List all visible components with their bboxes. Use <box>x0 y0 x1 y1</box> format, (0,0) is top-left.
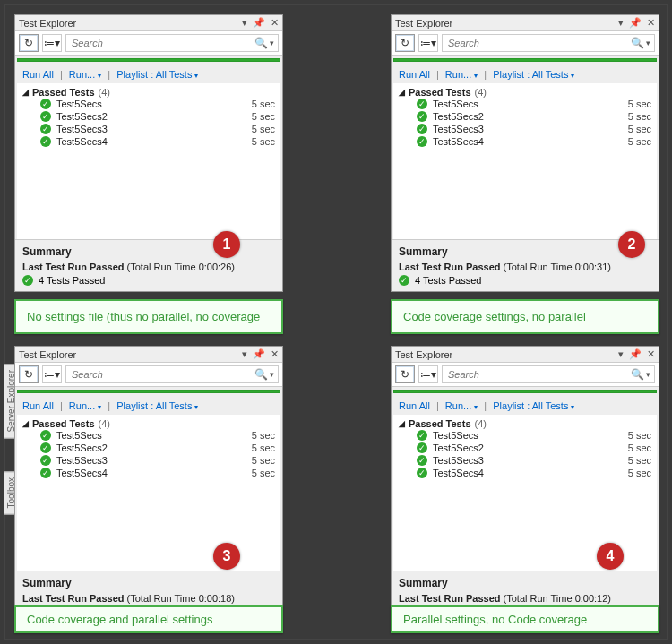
search-dropdown-icon[interactable]: ▾ <box>268 370 274 379</box>
dropdown-icon[interactable]: ▾ <box>618 17 624 29</box>
run-time: (Total Run Time 0:00:31) <box>504 262 611 272</box>
run-all-link[interactable]: Run All <box>399 69 430 80</box>
group-button[interactable]: ≔▾ <box>42 34 62 52</box>
test-name: Test5Secs3 <box>433 124 484 134</box>
playlist-link[interactable]: Playlist : All Tests ▾ <box>116 400 198 411</box>
test-name: Test5Secs3 <box>433 455 484 466</box>
close-icon[interactable]: ✕ <box>647 17 655 29</box>
test-row[interactable]: ✓Test5Secs35 sec <box>22 123 275 135</box>
test-name: Test5Secs2 <box>56 111 108 122</box>
test-row[interactable]: ✓Test5Secs25 sec <box>22 110 275 123</box>
test-explorer-panel-1: Test Explorer ▾ 📌 ✕ ↻ ≔▾ 🔍▾ Run All | Ru… <box>14 14 283 292</box>
run-link[interactable]: Run... ▾ <box>445 400 478 411</box>
search-input[interactable] <box>70 368 254 381</box>
run-link[interactable]: Run... ▾ <box>69 69 101 80</box>
test-duration: 5 sec <box>628 442 651 453</box>
search-icon[interactable]: 🔍 <box>254 368 268 381</box>
run-all-link[interactable]: Run All <box>22 400 54 411</box>
test-duration: 5 sec <box>252 124 275 134</box>
test-row[interactable]: ✓Test5Secs25 sec <box>399 110 651 123</box>
playlist-link[interactable]: Playlist : All Tests ▾ <box>493 400 574 411</box>
search-input[interactable] <box>446 37 631 49</box>
collapse-icon[interactable]: ◢ <box>22 419 29 428</box>
test-row[interactable]: ✓Test5Secs5 sec <box>399 98 651 110</box>
test-row[interactable]: ✓Test5Secs45 sec <box>399 135 651 148</box>
group-count: (4) <box>99 87 110 98</box>
passed-count-text: 4 Tests Passed <box>39 275 105 286</box>
collapse-icon[interactable]: ◢ <box>399 419 405 428</box>
search-box[interactable]: 🔍▾ <box>442 34 655 52</box>
test-explorer-panel-3: Test Explorer ▾ 📌 ✕ ↻ ≔▾ 🔍▾ Run All | Ru… <box>14 346 283 623</box>
collapse-icon[interactable]: ◢ <box>399 88 405 97</box>
pass-icon: ✓ <box>417 442 427 453</box>
collapse-icon[interactable]: ◢ <box>22 88 29 97</box>
group-header[interactable]: ◢ Passed Tests (4) <box>22 418 275 429</box>
test-row[interactable]: ✓Test5Secs25 sec <box>399 442 651 454</box>
caption-2: Code coverage settings, no parallel <box>391 299 659 334</box>
test-row[interactable]: ✓Test5Secs25 sec <box>22 442 275 454</box>
toolbar: ↻ ≔▾ 🔍▾ <box>15 30 282 56</box>
test-name: Test5Secs4 <box>56 468 108 478</box>
run-all-link[interactable]: Run All <box>399 400 430 411</box>
search-box[interactable]: 🔍▾ <box>442 365 655 383</box>
refresh-button[interactable]: ↻ <box>19 365 39 383</box>
group-header[interactable]: ◢ Passed Tests (4) <box>399 87 651 98</box>
test-row[interactable]: ✓Test5Secs35 sec <box>22 454 275 467</box>
run-all-link[interactable]: Run All <box>22 69 54 80</box>
search-box[interactable]: 🔍▾ <box>65 34 279 52</box>
test-row[interactable]: ✓Test5Secs5 sec <box>399 429 651 442</box>
dropdown-icon[interactable]: ▾ <box>242 348 247 360</box>
refresh-button[interactable]: ↻ <box>19 34 39 52</box>
test-row[interactable]: ✓Test5Secs5 sec <box>22 429 275 442</box>
window-title: Test Explorer <box>395 18 618 29</box>
group-header[interactable]: ◢ Passed Tests (4) <box>22 87 275 98</box>
refresh-button[interactable]: ↻ <box>395 365 415 383</box>
window-title: Test Explorer <box>19 349 242 360</box>
group-label: Passed Tests <box>409 87 471 98</box>
close-icon[interactable]: ✕ <box>647 348 655 360</box>
search-icon[interactable]: 🔍 <box>631 37 644 49</box>
test-row[interactable]: ✓Test5Secs45 sec <box>22 135 275 148</box>
test-row[interactable]: ✓Test5Secs35 sec <box>399 454 651 467</box>
run-link[interactable]: Run... ▾ <box>69 400 101 411</box>
status-bar <box>17 390 280 393</box>
group-button[interactable]: ≔▾ <box>42 365 62 383</box>
close-icon[interactable]: ✕ <box>271 348 279 360</box>
search-dropdown-icon[interactable]: ▾ <box>644 39 650 47</box>
playlist-link[interactable]: Playlist : All Tests ▾ <box>116 69 198 80</box>
pass-icon: ✓ <box>40 455 51 466</box>
search-input[interactable] <box>70 37 254 49</box>
pin-icon[interactable]: 📌 <box>629 17 642 29</box>
group-button[interactable]: ≔▾ <box>418 34 438 52</box>
group-button[interactable]: ≔▾ <box>418 365 438 383</box>
test-row[interactable]: ✓Test5Secs45 sec <box>399 467 651 479</box>
group-header[interactable]: ◢ Passed Tests (4) <box>399 418 651 429</box>
run-link[interactable]: Run... ▾ <box>445 69 478 80</box>
test-explorer-panel-4: Test Explorer ▾ 📌 ✕ ↻ ≔▾ 🔍▾ Run All | Ru… <box>391 346 659 623</box>
window-title: Test Explorer <box>19 18 242 29</box>
results-body: ◢ Passed Tests (4) ✓Test5Secs5 sec ✓Test… <box>17 83 280 239</box>
summary-title: Summary <box>399 245 651 258</box>
test-row[interactable]: ✓Test5Secs45 sec <box>22 467 275 479</box>
test-row[interactable]: ✓Test5Secs35 sec <box>399 123 651 135</box>
search-dropdown-icon[interactable]: ▾ <box>644 370 650 379</box>
test-duration: 5 sec <box>628 99 651 109</box>
close-icon[interactable]: ✕ <box>271 17 279 29</box>
dropdown-icon[interactable]: ▾ <box>618 348 624 360</box>
last-run-label: Last Test Run Passed <box>399 593 501 604</box>
dropdown-icon[interactable]: ▾ <box>242 17 247 29</box>
test-row[interactable]: ✓Test5Secs5 sec <box>22 98 275 110</box>
pin-icon[interactable]: 📌 <box>629 348 642 360</box>
pin-icon[interactable]: 📌 <box>253 348 265 360</box>
search-dropdown-icon[interactable]: ▾ <box>268 39 274 47</box>
search-input[interactable] <box>446 368 631 381</box>
search-icon[interactable]: 🔍 <box>254 37 268 49</box>
search-box[interactable]: 🔍▾ <box>65 365 279 383</box>
refresh-button[interactable]: ↻ <box>395 34 415 52</box>
pin-icon[interactable]: 📌 <box>253 17 265 29</box>
run-time: (Total Run Time 0:00:18) <box>127 593 235 604</box>
search-icon[interactable]: 🔍 <box>631 368 644 381</box>
summary-section: Summary Last Test Run Passed (Total Run … <box>15 239 282 291</box>
test-duration: 5 sec <box>252 111 275 122</box>
playlist-link[interactable]: Playlist : All Tests ▾ <box>493 69 574 80</box>
